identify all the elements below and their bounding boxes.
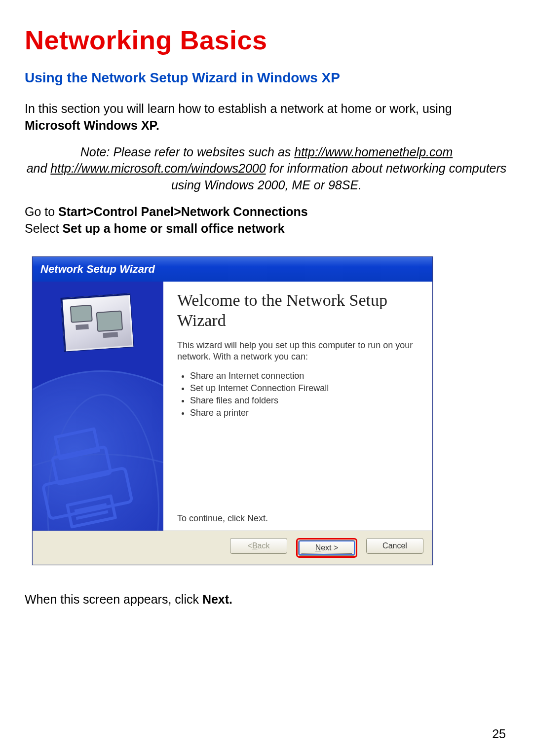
- wizard-sidebar-image: [33, 282, 163, 531]
- wizard-window: Network Setup Wizard: [32, 256, 433, 565]
- instructions: Go to Start>Control Panel>Network Connec…: [25, 204, 508, 237]
- after-pre: When this screen appears, click: [25, 592, 202, 606]
- note-mid: and: [27, 161, 51, 175]
- wizard-button-bar: < Back Next > Cancel: [33, 531, 432, 565]
- back-rest: ack: [258, 541, 270, 550]
- select-pre: Select: [25, 221, 62, 235]
- goto-pre: Go to: [25, 205, 58, 218]
- back-prefix: <: [248, 541, 252, 550]
- note-paragraph: Note: Please refer to websites such as h…: [25, 144, 508, 194]
- page-number: 25: [492, 727, 506, 741]
- wizard-intro-text: This wizard will help you set up this co…: [177, 340, 419, 363]
- svg-rect-0: [71, 305, 92, 323]
- section-subtitle: Using the Network Setup Wizard in Window…: [25, 70, 508, 86]
- select-bold: Set up a home or small office network: [62, 221, 284, 235]
- intro-paragraph: In this section you will learn how to es…: [25, 101, 508, 134]
- note-link-1[interactable]: http://www.homenethelp.com: [294, 145, 453, 159]
- wizard-bullet: Share a printer: [190, 407, 419, 419]
- intro-text: In this section you will learn how to es…: [25, 102, 452, 115]
- next-rest: ext >: [321, 543, 338, 552]
- wizard-welcome-heading: Welcome to the Network Setup Wizard: [177, 290, 419, 331]
- after-instruction: When this screen appears, click Next.: [25, 592, 508, 607]
- after-bold: Next.: [202, 592, 232, 606]
- wizard-body: Welcome to the Network Setup Wizard This…: [33, 282, 432, 531]
- back-button: < Back: [230, 538, 287, 554]
- wizard-bullet: Share files and folders: [190, 395, 419, 407]
- wizard-titlebar: Network Setup Wizard: [33, 257, 432, 282]
- page-title: Networking Basics: [25, 25, 508, 55]
- next-button-highlight: Next >: [296, 538, 357, 558]
- intro-bold: Microsoft Windows XP.: [25, 118, 159, 132]
- note-link-2[interactable]: http://www.microsoft.com/windows2000: [50, 161, 266, 175]
- next-button[interactable]: Next >: [298, 540, 355, 556]
- svg-rect-5: [52, 447, 111, 485]
- next-underline: N: [315, 543, 321, 552]
- note-pre: Note: Please refer to websites such as: [80, 145, 295, 159]
- cancel-button[interactable]: Cancel: [366, 538, 423, 554]
- wizard-bullet-list: Share an Internet connection Set up Inte…: [179, 370, 419, 420]
- svg-rect-2: [76, 324, 89, 330]
- back-underline: B: [252, 541, 258, 550]
- goto-path: Start>Control Panel>Network Connections: [58, 205, 308, 218]
- wizard-bullet: Set up Internet Connection Firewall: [190, 382, 419, 395]
- wizard-content: Welcome to the Network Setup Wizard This…: [163, 282, 432, 531]
- wizard-continue-text: To continue, click Next.: [177, 513, 268, 524]
- svg-rect-1: [97, 311, 123, 331]
- computers-photo-icon: [60, 293, 134, 352]
- wizard-bullet: Share an Internet connection: [190, 370, 419, 382]
- svg-rect-3: [103, 332, 118, 338]
